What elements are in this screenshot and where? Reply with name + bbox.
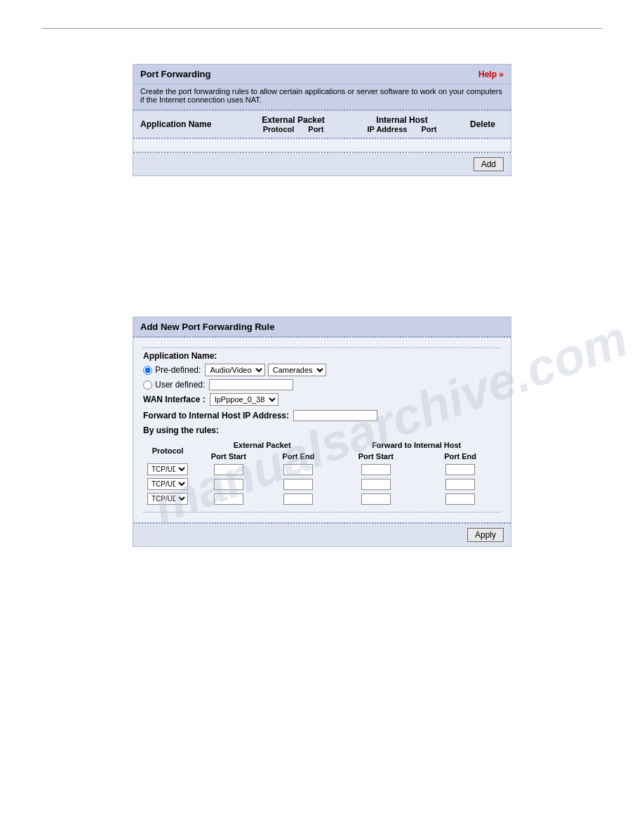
th-ext-port-end: Port End <box>265 451 333 462</box>
rules-table-row: TCP/UDP TCP UDP <box>143 462 501 477</box>
port-forwarding-section: Port Forwarding Help » Create the port f… <box>133 64 511 176</box>
wan-interface-dropdown[interactable]: IpPppoe_0_38 IpPppoe_0_39 <box>210 393 279 406</box>
col-int-port: Port <box>421 125 436 133</box>
th-protocol: Protocol <box>143 439 192 462</box>
page-wrapper: manualsarchive.com Port Forwarding Help … <box>0 28 644 834</box>
fwd-start-2[interactable] <box>361 494 391 505</box>
predefined-label: Pre-defined: <box>155 365 201 375</box>
fwd-start-1[interactable] <box>361 479 391 490</box>
fwd-start-0[interactable] <box>361 464 391 475</box>
predefined-radio[interactable] <box>143 366 152 375</box>
ext-start-0[interactable] <box>214 464 243 475</box>
user-defined-radio[interactable] <box>143 380 152 390</box>
predefined-cat-dropdown[interactable]: Audio/Video Games Servers <box>205 364 265 376</box>
pf-table-body <box>133 139 511 153</box>
th-ext-group: External Packet <box>192 439 332 451</box>
pf-help-link[interactable]: Help » <box>478 70 504 79</box>
fwd-end-2[interactable] <box>445 494 475 505</box>
add-pf-footer: Apply <box>133 522 511 546</box>
col-app-name-header: Application Name <box>140 119 244 129</box>
ext-end-1[interactable] <box>283 479 313 490</box>
protocol-select-2[interactable]: TCP/UDP TCP UDP <box>147 493 188 505</box>
ext-start-1[interactable] <box>214 479 243 490</box>
col-int-ip: IP Address <box>368 125 408 133</box>
add-pf-header: Add New Port Forwarding Rule <box>133 317 511 338</box>
pf-table-header: Application Name External Packet Protoco… <box>133 111 511 139</box>
protocol-select-1[interactable]: TCP/UDP TCP UDP <box>147 478 188 490</box>
apply-button[interactable]: Apply <box>467 528 504 542</box>
ext-end-0[interactable] <box>283 464 313 475</box>
rules-table-row: TCP/UDP TCP UDP <box>143 491 501 506</box>
predefined-sub-dropdown[interactable]: Camerades AIM MSN <box>268 364 326 376</box>
ext-end-2[interactable] <box>283 494 313 505</box>
user-defined-row: User defined: <box>143 379 501 390</box>
th-fwd-group: Forward to Internal Host <box>332 439 501 451</box>
user-defined-input[interactable] <box>209 379 293 390</box>
col-ext-port: Port <box>308 125 323 133</box>
th-fwd-port-start: Port Start <box>332 451 420 462</box>
rules-table: Protocol External Packet Forward to Inte… <box>143 439 501 506</box>
pf-description: Create the port forwarding rules to allo… <box>133 84 511 111</box>
pf-header: Port Forwarding Help » <box>133 65 511 84</box>
add-button[interactable]: Add <box>474 157 504 171</box>
fwd-ip-label: Forward to Internal Host IP Address: <box>143 411 289 421</box>
pf-title: Port Forwarding <box>140 69 210 79</box>
wan-interface-row: WAN Interface : IpPppoe_0_38 IpPppoe_0_3… <box>143 393 501 406</box>
col-delete: Delete <box>470 119 495 129</box>
pf-footer: Add <box>133 153 511 176</box>
predefined-row: Pre-defined: Audio/Video Games Servers C… <box>143 364 501 376</box>
fwd-ip-input[interactable] <box>293 410 377 421</box>
app-name-label: Application Name: <box>143 351 501 361</box>
content-area: Port Forwarding Help » Create the port f… <box>0 29 644 568</box>
wan-interface-label: WAN Interface : <box>143 395 206 404</box>
add-pf-section: Add New Port Forwarding Rule Application… <box>133 317 511 547</box>
ext-start-2[interactable] <box>214 494 243 505</box>
add-pf-body: Application Name: Pre-defined: Audio/Vid… <box>133 338 511 522</box>
user-defined-label: User defined: <box>155 380 205 390</box>
rules-table-row: TCP/UDP TCP UDP <box>143 477 501 491</box>
th-fwd-port-end: Port End <box>420 451 501 462</box>
col-ext-protocol: Protocol <box>263 125 295 133</box>
fwd-ip-row: Forward to Internal Host IP Address: <box>143 410 501 421</box>
col-int-host-title: Internal Host <box>349 115 455 125</box>
th-ext-port-start: Port Start <box>192 451 265 462</box>
protocol-select-0[interactable]: TCP/UDP TCP UDP <box>147 463 188 475</box>
rules-label: By using the rules: <box>143 425 501 435</box>
fwd-end-1[interactable] <box>445 479 475 490</box>
col-ext-packet-title: External Packet <box>244 115 342 125</box>
fwd-end-0[interactable] <box>445 464 475 475</box>
